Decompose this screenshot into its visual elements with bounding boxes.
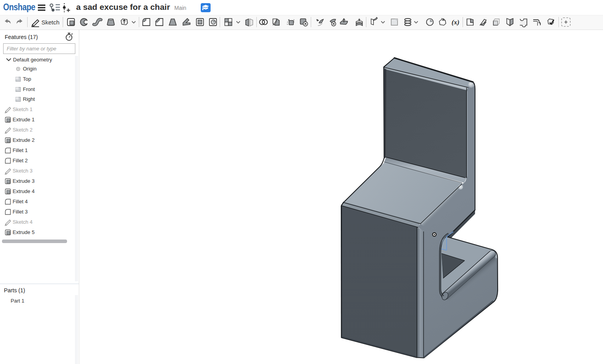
svg-text:(x): (x) — [452, 19, 459, 26]
